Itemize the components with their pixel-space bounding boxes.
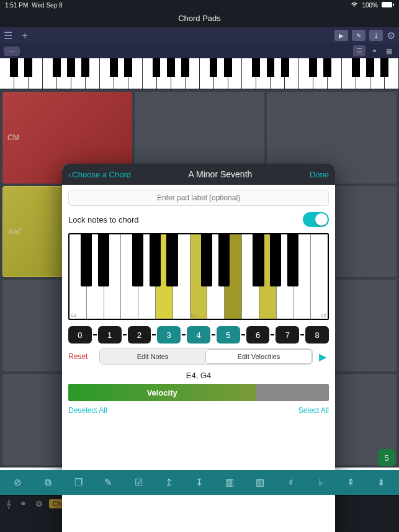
pad-label: Am7 bbox=[8, 227, 22, 236]
back-button[interactable]: ‹ Choose a Chord bbox=[68, 170, 131, 179]
velocity-label: Velocity bbox=[147, 388, 177, 397]
octave-label: C3 bbox=[71, 313, 76, 317]
arrow-up-icon[interactable]: ↥ bbox=[161, 477, 178, 488]
back-label: Choose a Chord bbox=[72, 170, 131, 179]
octave-8[interactable]: 8 bbox=[305, 326, 329, 344]
play-button[interactable]: ▶ bbox=[334, 30, 348, 41]
keyboard-strip-keys[interactable] bbox=[0, 58, 399, 89]
octave-5[interactable]: 5 bbox=[217, 326, 240, 344]
modal-header: ‹ Choose a Chord A Minor Seventh Done bbox=[62, 164, 335, 185]
wifi-icon bbox=[351, 2, 358, 9]
status-bar: 1:51 PM Wed Sep 8 100% bbox=[0, 0, 399, 10]
nav-settings-icon[interactable]: ⚙ bbox=[33, 498, 45, 510]
edit-icon[interactable]: ✎ bbox=[100, 477, 117, 488]
svg-rect-1 bbox=[393, 3, 394, 6]
battery-icon bbox=[382, 2, 394, 9]
bars-narrow-icon[interactable]: ▥ bbox=[221, 477, 238, 488]
status-date: Wed Sep 8 bbox=[32, 2, 62, 9]
velocity-fill: Velocity bbox=[68, 384, 256, 401]
play-chord-icon[interactable]: ▶ bbox=[316, 351, 329, 363]
export-button[interactable]: ⤓ bbox=[369, 30, 383, 41]
flat-icon[interactable]: ♭ bbox=[312, 477, 330, 488]
pad-label-input[interactable] bbox=[68, 190, 329, 206]
duplicate-icon[interactable]: ❐ bbox=[69, 477, 87, 488]
octave-0[interactable]: 0 bbox=[68, 326, 92, 344]
pad-label: CM bbox=[7, 133, 19, 142]
svg-rect-0 bbox=[382, 2, 392, 7]
modal-title: A Minor Seventh bbox=[189, 169, 253, 179]
add-icon[interactable]: ＋ bbox=[20, 29, 30, 42]
lock-notes-label: Lock notes to chord bbox=[68, 215, 138, 224]
octave-selector: 0 1 2 3 4 5 6 7 8 bbox=[68, 326, 329, 344]
octave-label: C5 bbox=[321, 313, 326, 317]
chord-toolbar: 5 ⊘ ⧉ ❐ ✎ ☑ ↥ ↧ ▥ ▥ ♯ ♭ ⇞ ⇟ bbox=[0, 470, 399, 495]
edit-velocities-tab[interactable]: Edit Velocities bbox=[205, 349, 312, 364]
selected-notes-label: E4, G4 bbox=[68, 371, 329, 380]
copy-icon[interactable]: ⧉ bbox=[39, 477, 56, 488]
app-header: ☰ ＋ ▶ ✎ ⤓ ⚙ bbox=[0, 27, 399, 43]
nav-link-icon[interactable]: ⚭ bbox=[17, 498, 29, 510]
preset-button[interactable]: --- bbox=[4, 47, 20, 56]
octave-1[interactable]: 1 bbox=[98, 326, 122, 344]
clear-icon[interactable]: ⊘ bbox=[9, 477, 26, 488]
transpose-down-icon[interactable]: ⇟ bbox=[373, 477, 390, 488]
octave-4[interactable]: 4 bbox=[187, 326, 210, 344]
nav-tuning-icon[interactable]: 𝄞 bbox=[4, 498, 14, 510]
transpose-up-icon[interactable]: ⇞ bbox=[343, 477, 360, 488]
grid-view-icon[interactable]: ▦ bbox=[383, 45, 395, 56]
link-icon[interactable]: ⚭ bbox=[368, 45, 380, 56]
sharp-icon[interactable]: ♯ bbox=[282, 477, 299, 488]
octave-2[interactable]: 2 bbox=[128, 326, 151, 344]
deselect-all-button[interactable]: Deselect All bbox=[68, 406, 107, 415]
bars-wide-icon[interactable]: ▥ bbox=[251, 477, 269, 488]
edit-mode-segment: Edit Notes Edit Velocities bbox=[99, 348, 313, 365]
status-time: 1:51 PM bbox=[5, 2, 28, 9]
velocity-slider[interactable]: Velocity bbox=[68, 384, 329, 401]
edit-button[interactable]: ✎ bbox=[352, 30, 365, 41]
count-badge: 5 bbox=[378, 449, 395, 466]
octave-7[interactable]: 7 bbox=[276, 326, 299, 344]
octave-3[interactable]: 3 bbox=[157, 326, 181, 344]
menu-icon[interactable]: ☰ bbox=[4, 30, 12, 42]
pad-grid: CM Am7 ‹ Choose a Chord A Minor Seventh … bbox=[0, 89, 399, 468]
chord-keyboard[interactable]: C3 C4 C5 bbox=[68, 233, 329, 320]
list-view-icon[interactable]: ☰ bbox=[353, 45, 365, 56]
octave-label: C4 bbox=[191, 313, 197, 317]
select-all-button[interactable]: Select All bbox=[298, 406, 329, 415]
page-title: Chord Pads bbox=[0, 10, 399, 27]
sub-header: --- ☰ ⚭ ▦ bbox=[0, 43, 399, 58]
octave-6[interactable]: 6 bbox=[246, 326, 270, 344]
lock-notes-switch[interactable] bbox=[303, 212, 329, 227]
check-edit-icon[interactable]: ☑ bbox=[130, 477, 148, 488]
reset-button[interactable]: Reset bbox=[68, 352, 96, 361]
battery-percent: 100% bbox=[362, 2, 378, 9]
edit-notes-tab[interactable]: Edit Notes bbox=[100, 349, 205, 364]
arrow-down-icon[interactable]: ↧ bbox=[191, 477, 208, 488]
settings-icon[interactable]: ⚙ bbox=[387, 30, 395, 42]
chevron-left-icon: ‹ bbox=[68, 170, 71, 179]
done-button[interactable]: Done bbox=[310, 170, 329, 179]
